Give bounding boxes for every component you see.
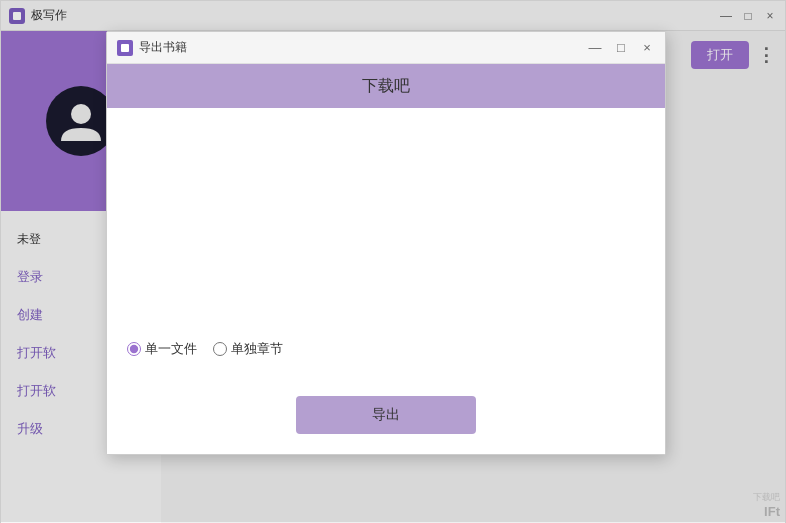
dialog-minimize-button[interactable]: —: [587, 40, 603, 56]
dialog-body: 单一文件 单独章节: [107, 108, 665, 386]
radio-single-file[interactable]: 单一文件: [127, 340, 197, 358]
radio-single-file-input[interactable]: [127, 342, 141, 356]
svg-rect-2: [121, 44, 129, 52]
export-dialog: 导出书籍 — □ × 下载吧 单一文件: [106, 31, 666, 455]
dialog-header-title: 下载吧: [362, 76, 410, 97]
dialog-close-button[interactable]: ×: [639, 40, 655, 56]
radio-options-row: 单一文件 单独章节: [127, 328, 645, 366]
dialog-header-band: 下载吧: [107, 64, 665, 108]
main-window: 极写作 — □ × 未登 登录 创建 打开软: [0, 0, 786, 523]
dialog-title-bar: 导出书籍 — □ ×: [107, 32, 665, 64]
dialog-app-icon: [117, 40, 133, 56]
dialog-title: 导出书籍: [139, 39, 587, 56]
export-button[interactable]: 导出: [296, 396, 476, 434]
modal-overlay: 导出书籍 — □ × 下载吧 单一文件: [1, 1, 785, 522]
radio-single-file-label: 单一文件: [145, 340, 197, 358]
radio-single-chapter[interactable]: 单独章节: [213, 340, 283, 358]
dialog-footer: 导出: [107, 386, 665, 454]
dialog-controls: — □ ×: [587, 40, 655, 56]
dialog-maximize-button[interactable]: □: [613, 40, 629, 56]
radio-single-chapter-label: 单独章节: [231, 340, 283, 358]
radio-single-chapter-input[interactable]: [213, 342, 227, 356]
dialog-content-area: [127, 128, 645, 328]
